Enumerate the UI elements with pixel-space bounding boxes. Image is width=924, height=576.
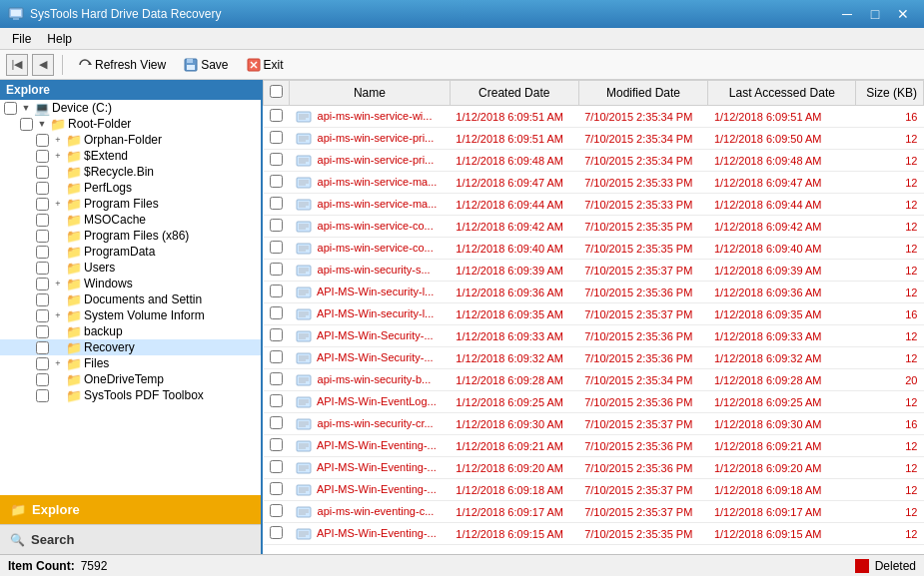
row-checkbox-cell[interactable] (264, 391, 290, 413)
table-row[interactable]: API-MS-Win-EventLog... 1/12/2018 6:09:25… (264, 391, 924, 413)
row-checkbox[interactable] (270, 438, 283, 451)
row-checkbox[interactable] (270, 131, 283, 144)
table-row[interactable]: api-ms-win-service-co... 1/12/2018 6:09:… (264, 238, 924, 260)
row-checkbox-cell[interactable] (264, 435, 290, 457)
row-checkbox[interactable] (270, 153, 283, 166)
row-checkbox-cell[interactable] (264, 501, 290, 523)
tree-expander[interactable] (51, 261, 65, 275)
tree-checkbox[interactable] (4, 102, 17, 115)
tree-checkbox[interactable] (36, 325, 49, 338)
row-checkbox-cell[interactable] (264, 457, 290, 479)
exit-button[interactable]: Exit (240, 54, 291, 76)
table-row[interactable]: API-MS-Win-security-l... 1/12/2018 6:09:… (264, 303, 924, 325)
maximize-button[interactable]: □ (862, 4, 888, 24)
row-checkbox-cell[interactable] (264, 150, 290, 172)
row-checkbox-cell[interactable] (264, 347, 290, 369)
tree-checkbox[interactable] (36, 278, 49, 290)
tree-checkbox[interactable] (36, 262, 49, 275)
row-checkbox[interactable] (270, 109, 283, 122)
tree-item[interactable]: 📁 SysTools PDF Toolbox (0, 387, 261, 403)
row-checkbox-cell[interactable] (264, 523, 290, 545)
tree-item[interactable]: + 📁 System Volume Inform (0, 307, 261, 323)
file-list[interactable]: Name Created Date Modified Date Last Acc… (263, 80, 924, 554)
row-checkbox[interactable] (270, 175, 283, 188)
tree-item[interactable]: 📁 MSOCache (0, 212, 261, 228)
save-button[interactable]: Save (177, 54, 235, 76)
row-checkbox-cell[interactable] (264, 194, 290, 216)
row-checkbox-cell[interactable] (264, 413, 290, 435)
table-row[interactable]: API-MS-Win-Eventing-... 1/12/2018 6:09:1… (264, 523, 924, 545)
table-row[interactable]: API-MS-Win-Eventing-... 1/12/2018 6:09:1… (264, 479, 924, 501)
row-checkbox-cell[interactable] (264, 216, 290, 238)
tree-item[interactable]: ▼ 📁 Root-Folder (0, 116, 261, 132)
row-checkbox-cell[interactable] (264, 128, 290, 150)
tree-checkbox[interactable] (36, 134, 49, 147)
tree-expander[interactable] (51, 245, 65, 259)
tree-checkbox[interactable] (36, 230, 49, 243)
refresh-button[interactable]: Refresh View (71, 54, 173, 76)
tree-expander[interactable]: + (51, 277, 65, 290)
tree-item[interactable]: 📁 Documents and Settin (0, 291, 261, 307)
row-checkbox-cell[interactable] (264, 479, 290, 501)
select-all-checkbox[interactable] (270, 85, 283, 98)
table-row[interactable]: api-ms-win-service-pri... 1/12/2018 6:09… (264, 150, 924, 172)
tree-checkbox[interactable] (20, 118, 33, 131)
table-row[interactable]: API-MS-Win-security-l... 1/12/2018 6:09:… (264, 282, 924, 303)
tree-checkbox[interactable] (36, 309, 49, 322)
row-checkbox[interactable] (270, 241, 283, 254)
row-checkbox-cell[interactable] (264, 172, 290, 194)
tree-checkbox[interactable] (36, 246, 49, 259)
minimize-button[interactable]: ─ (834, 4, 860, 24)
row-checkbox[interactable] (270, 197, 283, 210)
tree-expander[interactable] (51, 372, 65, 386)
table-row[interactable]: api-ms-win-service-ma... 1/12/2018 6:09:… (264, 172, 924, 194)
row-checkbox[interactable] (270, 328, 283, 341)
tree-checkbox[interactable] (36, 389, 49, 402)
tree-item[interactable]: + 📁 Files (0, 355, 261, 371)
tree-expander[interactable]: + (51, 356, 65, 370)
row-checkbox[interactable] (270, 460, 283, 473)
table-row[interactable]: api-ms-win-security-s... 1/12/2018 6:09:… (264, 260, 924, 282)
tree-expander[interactable] (51, 388, 65, 402)
tree-item[interactable]: 📁 Program Files (x86) (0, 228, 261, 244)
col-header-modified[interactable]: Modified Date (578, 81, 708, 106)
row-checkbox-cell[interactable] (264, 325, 290, 347)
table-row[interactable]: api-ms-win-service-co... 1/12/2018 6:09:… (264, 216, 924, 238)
tree-checkbox[interactable] (36, 373, 49, 386)
nav-prev-button[interactable]: ◀ (32, 54, 54, 76)
nav-first-button[interactable]: |◀ (6, 54, 28, 76)
row-checkbox-cell[interactable] (264, 260, 290, 282)
row-checkbox[interactable] (270, 350, 283, 363)
tree-expander[interactable]: + (51, 197, 65, 211)
tree-checkbox[interactable] (36, 150, 49, 163)
tree-item[interactable]: + 📁 Orphan-Folder (0, 132, 261, 148)
tree-item[interactable]: 📁 backup (0, 323, 261, 339)
row-checkbox[interactable] (270, 482, 283, 495)
tree-expander[interactable]: + (51, 308, 65, 322)
close-button[interactable]: ✕ (890, 4, 916, 24)
table-row[interactable]: API-MS-Win-Eventing-... 1/12/2018 6:09:2… (264, 457, 924, 479)
table-row[interactable]: api-ms-win-security-cr... 1/12/2018 6:09… (264, 413, 924, 435)
row-checkbox[interactable] (270, 504, 283, 517)
col-header-accessed[interactable]: Last Accessed Date (708, 81, 856, 106)
table-row[interactable]: api-ms-win-eventing-c... 1/12/2018 6:09:… (264, 501, 924, 523)
tree-checkbox[interactable] (36, 166, 49, 179)
row-checkbox[interactable] (270, 306, 283, 319)
tree-item[interactable]: 📁 OneDriveTemp (0, 371, 261, 387)
row-checkbox-cell[interactable] (264, 106, 290, 128)
table-row[interactable]: api-ms-win-service-ma... 1/12/2018 6:09:… (264, 194, 924, 216)
tree-item[interactable]: + 📁 Program Files (0, 196, 261, 212)
tree-expander[interactable] (51, 165, 65, 179)
row-checkbox[interactable] (270, 526, 283, 539)
tree-expander[interactable]: + (51, 133, 65, 147)
explore-tab[interactable]: 📁 Explore (0, 495, 261, 524)
tree-item[interactable]: 📁 PerfLogs (0, 180, 261, 196)
col-header-check[interactable] (264, 81, 290, 106)
tree-checkbox[interactable] (36, 182, 49, 195)
tree-view[interactable]: ▼ 💻 Device (C:) ▼ 📁 Root-Folder + 📁 Orph… (0, 100, 261, 495)
col-header-size[interactable]: Size (KB) (856, 81, 924, 106)
menu-help[interactable]: Help (39, 30, 80, 48)
row-checkbox[interactable] (270, 219, 283, 232)
table-row[interactable]: API-MS-Win-Security-... 1/12/2018 6:09:3… (264, 325, 924, 347)
tree-expander[interactable] (51, 324, 65, 338)
